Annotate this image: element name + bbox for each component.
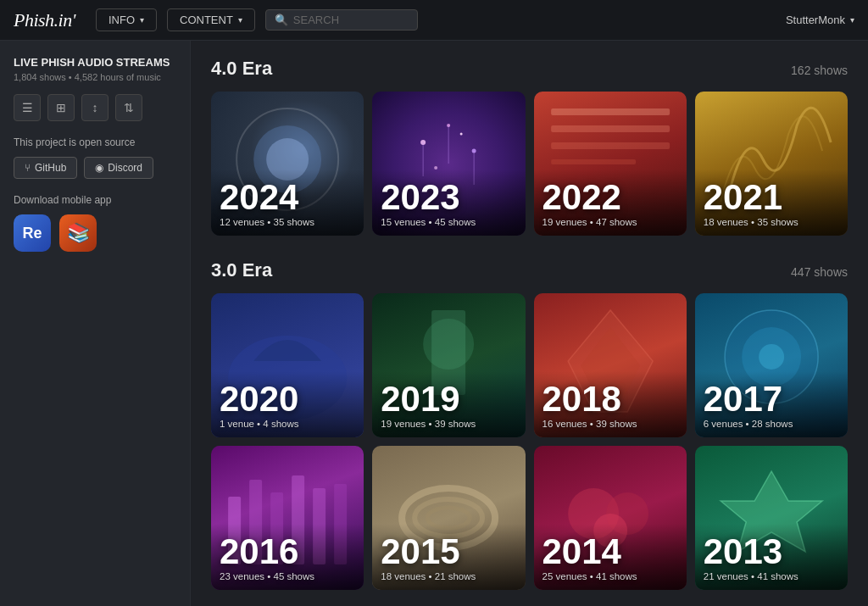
card-overlay: 2022 19 venues • 47 shows [534, 170, 687, 236]
github-icon: ⑂ [25, 162, 31, 174]
card-year: 2022 [542, 180, 678, 215]
info-nav-button[interactable]: INFO ▾ [96, 8, 157, 31]
content-label: CONTENT [180, 14, 233, 26]
card-year: 2015 [381, 534, 516, 570]
era-count: 447 shows [791, 265, 848, 279]
svg-point-22 [759, 344, 784, 370]
grid-view-button[interactable]: ⊞ [47, 94, 75, 121]
card-year: 2023 [381, 180, 516, 215]
year-card-2020[interactable]: 2020 1 venue • 4 shows [211, 293, 364, 437]
era-header: 3.0 Era 447 shows [211, 259, 848, 281]
era-title: 3.0 Era [211, 259, 272, 281]
user-menu[interactable]: StutterMonk ▾ [786, 14, 854, 26]
card-info: 12 venues • 35 shows [220, 217, 355, 227]
era-count: 162 shows [791, 64, 848, 77]
card-overlay: 2015 18 venues • 21 shows [372, 524, 525, 590]
github-button[interactable]: ⑂ GitHub [14, 157, 77, 179]
card-year: 2013 [704, 534, 839, 570]
books-app-icon[interactable]: 📚 [59, 214, 97, 252]
era-section-3-era: 3.0 Era 447 shows 2020 1 venue • 4 shows… [211, 259, 848, 590]
books-icon: 📚 [67, 222, 90, 244]
year-grid: 2020 1 venue • 4 shows 2019 19 venues • … [211, 293, 848, 590]
card-info: 19 venues • 47 shows [542, 217, 678, 227]
card-overlay: 2017 6 venues • 28 shows [695, 371, 848, 437]
card-year: 2018 [542, 381, 678, 417]
re-app-icon[interactable]: Re [14, 214, 51, 252]
card-year: 2021 [704, 180, 839, 215]
year-card-2013[interactable]: 2013 21 venues • 41 shows [695, 446, 848, 590]
year-card-2024[interactable]: 2024 12 venues • 35 shows [211, 92, 364, 236]
search-icon: 🔍 [275, 14, 288, 26]
logo: Phish.in' [14, 9, 75, 31]
svg-rect-14 [551, 159, 636, 164]
svg-point-17 [423, 319, 474, 370]
year-card-2015[interactable]: 2015 18 venues • 21 shows [372, 446, 525, 590]
open-source-label: This project is open source [14, 136, 176, 148]
sidebar-title: LIVE PHISH AUDIO STREAMS [14, 56, 176, 69]
card-overlay: 2014 25 venues • 41 shows [534, 524, 687, 590]
username-label: StutterMonk [786, 14, 845, 26]
card-overlay: 2021 18 venues • 35 shows [695, 170, 848, 236]
external-links: ⑂ GitHub ◉ Discord [14, 157, 176, 179]
download-label: Download mobile app [14, 194, 176, 206]
card-overlay: 2013 21 venues • 41 shows [695, 524, 848, 590]
year-card-2018[interactable]: 2018 16 venues • 39 shows [534, 293, 687, 437]
content-chevron-icon: ▾ [238, 15, 242, 25]
year-card-2014[interactable]: 2014 25 venues • 41 shows [534, 446, 687, 590]
info-chevron-icon: ▾ [140, 15, 144, 25]
info-label: INFO [108, 14, 135, 26]
card-info: 15 venues • 45 shows [381, 217, 516, 227]
discord-button[interactable]: ◉ Discord [84, 157, 153, 179]
content-nav-button[interactable]: CONTENT ▾ [167, 8, 255, 31]
era-title: 4.0 Era [211, 58, 272, 80]
card-year: 2014 [542, 534, 678, 570]
year-card-2016[interactable]: 2016 23 venues • 45 shows [211, 446, 364, 590]
card-overlay: 2018 16 venues • 39 shows [534, 371, 687, 437]
year-card-2023[interactable]: 2023 15 venues • 45 shows [372, 92, 525, 236]
card-info: 1 venue • 4 shows [220, 419, 355, 429]
header: Phish.in' INFO ▾ CONTENT ▾ 🔍 StutterMonk… [0, 0, 868, 41]
card-year: 2020 [220, 381, 355, 417]
card-info: 19 venues • 39 shows [381, 419, 516, 429]
era-section-4-era: 4.0 Era 162 shows 2024 12 venues • 35 sh… [211, 58, 848, 236]
card-overlay: 2024 12 venues • 35 shows [211, 170, 364, 236]
card-info: 6 venues • 28 shows [704, 419, 839, 429]
svg-rect-12 [551, 125, 670, 132]
year-card-2017[interactable]: 2017 6 venues • 28 shows [695, 293, 848, 437]
card-year: 2017 [704, 381, 839, 417]
card-overlay: 2019 19 venues • 39 shows [372, 371, 525, 437]
search-bar[interactable]: 🔍 [265, 9, 418, 31]
app-icons-row: Re 📚 [14, 214, 176, 252]
card-year: 2019 [381, 381, 516, 417]
card-info: 18 venues • 21 shows [381, 571, 516, 581]
card-info: 23 venues • 45 shows [220, 571, 355, 581]
year-grid: 2024 12 venues • 35 shows 2023 15 venues… [211, 92, 848, 236]
sidebar-subtitle: 1,804 shows • 4,582 hours of music [14, 72, 176, 82]
user-chevron-icon: ▾ [850, 15, 854, 25]
list-view-button[interactable]: ☰ [14, 94, 41, 121]
sort-asc-button[interactable]: ↕ [81, 94, 108, 121]
search-input[interactable] [293, 14, 409, 26]
svg-rect-11 [551, 108, 670, 115]
sidebar: LIVE PHISH AUDIO STREAMS 1,804 shows • 4… [0, 41, 191, 606]
year-card-2021[interactable]: 2021 18 venues • 35 shows [695, 92, 848, 236]
card-overlay: 2020 1 venue • 4 shows [211, 371, 364, 437]
view-controls: ☰ ⊞ ↕ ⇅ [14, 94, 176, 121]
card-info: 16 venues • 39 shows [542, 419, 678, 429]
discord-icon: ◉ [95, 162, 103, 174]
card-year: 2024 [220, 180, 355, 215]
card-info: 21 venues • 41 shows [704, 571, 839, 581]
main-content: 4.0 Era 162 shows 2024 12 venues • 35 sh… [191, 41, 868, 606]
card-info: 18 venues • 35 shows [704, 217, 839, 227]
svg-point-7 [460, 133, 463, 136]
github-label: GitHub [35, 162, 66, 174]
card-overlay: 2016 23 venues • 45 shows [211, 524, 364, 590]
layout: LIVE PHISH AUDIO STREAMS 1,804 shows • 4… [0, 41, 868, 606]
card-info: 25 venues • 41 shows [542, 571, 678, 581]
card-year: 2016 [220, 534, 355, 570]
sort-desc-button[interactable]: ⇅ [115, 94, 142, 121]
year-card-2022[interactable]: 2022 19 venues • 47 shows [534, 92, 687, 236]
year-card-2019[interactable]: 2019 19 venues • 39 shows [372, 293, 525, 437]
discord-label: Discord [108, 162, 142, 174]
card-overlay: 2023 15 venues • 45 shows [372, 170, 525, 236]
